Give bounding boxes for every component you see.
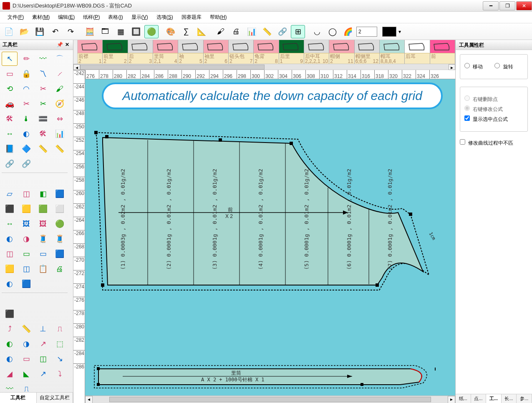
undo-button[interactable]: ↶ [48, 25, 62, 38]
circle-icon[interactable]: ◯ [325, 25, 340, 38]
table-icon[interactable]: 🗔 [98, 25, 112, 38]
piece-thumb-3[interactable]: 里筒2,14 [153, 40, 178, 64]
tool-icon-3[interactable]: ⌒ [52, 52, 68, 66]
menu-display[interactable]: 显示(V) [127, 12, 152, 23]
tool3-icon-21[interactable]: ⎍ [18, 382, 34, 392]
measure-icon[interactable]: 📐 [194, 25, 209, 38]
piece-thumb-5[interactable]: 袖里26 [204, 40, 229, 64]
tool-icon-29[interactable]: 🔗 [18, 157, 34, 171]
tool3-icon-17[interactable]: ◣ [18, 367, 34, 381]
tool3-icon-1[interactable] [18, 307, 34, 321]
piece-thumb-4[interactable]: 袖25 [178, 40, 203, 64]
panel-pin-icon[interactable]: 📌 [56, 42, 63, 48]
left-tab-custom[interactable]: 自定义工具栏 [37, 393, 73, 403]
menu-edit[interactable]: 编辑(E) [54, 12, 79, 23]
tool2-icon-16[interactable]: ◫ [2, 247, 18, 261]
tool3-icon-8[interactable]: ◐ [2, 337, 18, 351]
tool2-icon-0[interactable]: ▱ [2, 187, 18, 201]
tool3-icon-11[interactable]: ⬚ [52, 337, 68, 351]
tool-icon-19[interactable]: ⇔ [52, 112, 68, 126]
tool-icon-16[interactable]: 🛠 [2, 112, 18, 126]
tool-icon-22[interactable]: 🛠 [35, 127, 51, 141]
drawing-canvas[interactable]: Automatically calculate the down capacit… [85, 79, 455, 395]
piece-thumb-1[interactable]: 前里22 [103, 40, 128, 64]
tool2-icon-15[interactable]: 🧵 [52, 232, 68, 246]
tool-icon-15[interactable]: 🧭 [52, 97, 68, 111]
tool3-icon-7[interactable]: ⎍ [52, 322, 68, 336]
piece-thumb-2[interactable]: 后23 [128, 40, 153, 64]
open-file-button[interactable]: 📂 [17, 25, 31, 38]
tool2-icon-14[interactable]: 🧵 [35, 232, 51, 246]
color-wheel-icon[interactable]: 🌈 [341, 25, 355, 38]
menu-help[interactable]: 帮助(H) [206, 12, 231, 23]
tool2-icon-1[interactable]: ◫ [18, 187, 34, 201]
panel-close-icon[interactable]: ✕ [64, 42, 71, 48]
tool-icon-8[interactable]: ⟲ [2, 82, 18, 96]
tool-icon-2[interactable]: 〰 [35, 52, 51, 66]
tool2-icon-2[interactable]: ◧ [35, 187, 51, 201]
tool3-icon-2[interactable] [35, 307, 51, 321]
toolbar-value-field[interactable] [356, 27, 377, 37]
tool3-icon-3[interactable] [52, 307, 68, 321]
menu-pattern[interactable]: 纸样(P) [79, 12, 104, 23]
properties-tab-1[interactable]: 点... [471, 394, 487, 403]
tool3-icon-4[interactable]: ⤴ [2, 322, 18, 336]
piece-thumb-13[interactable]: 后耳 [405, 40, 430, 64]
tool2-icon-4[interactable]: ⬛ [2, 202, 18, 216]
tool2-icon-6[interactable]: 🟩 [35, 202, 51, 216]
tool2-icon-22[interactable]: 📋 [35, 262, 51, 276]
properties-tab-3[interactable]: 长... [502, 394, 517, 403]
check-show-midpoint[interactable]: 显示选中点公式 [464, 115, 508, 123]
redo-button[interactable]: ↷ [63, 25, 78, 38]
tool2-icon-3[interactable]: 🟦 [52, 187, 68, 201]
piece-thumb-9[interactable]: 后中耳2,2,2,110 [304, 40, 329, 64]
tool2-icon-10[interactable]: 🖼 [35, 217, 51, 231]
piece-thumb-14[interactable]: 前 [430, 40, 455, 64]
new-file-button[interactable]: 📄 [2, 25, 16, 38]
tool-icon-27[interactable]: 📏 [52, 142, 68, 156]
tool3-icon-14[interactable]: ◫ [35, 352, 51, 366]
scroll-right-icon[interactable]: ▸ [449, 64, 455, 70]
tool2-icon-23[interactable]: 🖨 [52, 262, 68, 276]
tool2-icon-21[interactable]: ◫ [18, 262, 34, 276]
tool3-icon-0[interactable]: ⬛ [2, 307, 18, 321]
tool-icon-0[interactable]: ↖ [2, 52, 18, 66]
pattern-piece-bottom[interactable]: 里筒 A X 2 + 1000号针棉 X 1 [93, 365, 436, 390]
tool2-icon-11[interactable]: 🟢 [52, 217, 68, 231]
tool3-icon-18[interactable]: ↗ [35, 367, 51, 381]
tool2-icon-12[interactable]: ◐ [2, 232, 18, 246]
tool2-icon-13[interactable]: ◑ [18, 232, 34, 246]
ruler-icon[interactable]: 📏 [260, 25, 274, 38]
tool-icon-28[interactable]: 🔗 [2, 157, 18, 171]
color-picker-button[interactable]: 🎨 [164, 25, 178, 38]
tool3-icon-13[interactable]: ▭ [18, 352, 34, 366]
tool-icon-6[interactable]: 〽 [35, 67, 51, 81]
grid-icon[interactable]: ▦ [113, 25, 128, 38]
link-icon[interactable]: 🔗 [275, 25, 290, 38]
menu-table[interactable]: 表格(I) [104, 12, 127, 23]
snap-toggle[interactable]: ⊞ [291, 25, 305, 38]
tool2-icon-17[interactable]: ▭ [18, 247, 34, 261]
printer-icon[interactable]: 🖨 [229, 25, 243, 38]
tool-icon-21[interactable]: ◐ [18, 127, 34, 141]
tool-icon-1[interactable]: ✏ [18, 52, 34, 66]
pieces-scrollbar[interactable]: ◂ ▸ [73, 64, 455, 70]
canvas-scroll-right[interactable]: ▸ [448, 396, 455, 403]
tool3-icon-5[interactable]: 📏 [18, 322, 34, 336]
tool2-icon-8[interactable]: ↔ [2, 217, 18, 231]
tool3-icon-10[interactable]: ↗ [35, 337, 51, 351]
menu-options[interactable]: 选项(S) [152, 12, 177, 23]
tool2-icon-5[interactable]: 🟨 [18, 202, 34, 216]
minimize-button[interactable]: ━ [483, 1, 499, 10]
tool2-icon-25[interactable]: 🟦 [18, 277, 34, 291]
scroll-left-icon[interactable]: ◂ [73, 64, 80, 70]
check-curve-nomatch[interactable]: 修改曲线过程中不匹 [460, 139, 513, 147]
piece-thumb-0[interactable]: 前襟21 [78, 40, 103, 64]
pattern-piece-front[interactable]: (1) 0.0003g , 0.02m2 , 0.01g/m2(2) 0.000… [93, 129, 436, 292]
piece-thumb-6[interactable]: 链头包27 [229, 40, 254, 64]
tool2-icon-18[interactable]: ▭ [35, 247, 51, 261]
tool3-icon-20[interactable]: 〰 [2, 382, 18, 392]
tool3-icon-16[interactable]: ◢ [2, 367, 18, 381]
properties-tab-0[interactable]: 纸... [456, 394, 471, 403]
chart-icon[interactable]: 📊 [245, 25, 259, 38]
